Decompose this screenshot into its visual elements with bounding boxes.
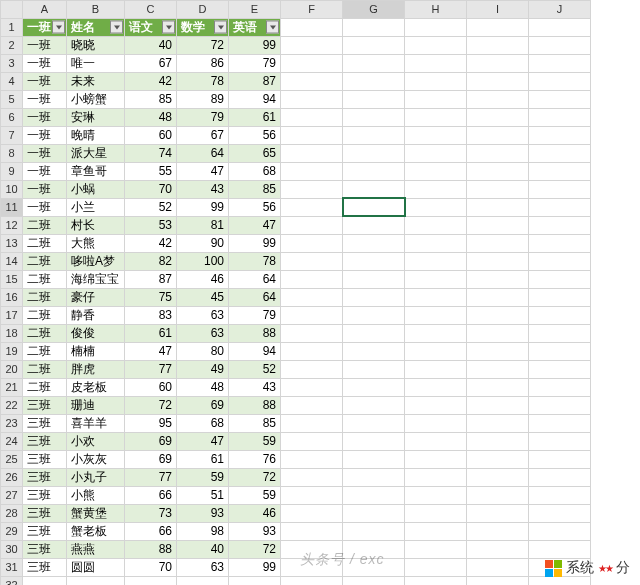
filter-dropdown-icon[interactable] — [110, 21, 123, 34]
data-cell[interactable]: 60 — [125, 126, 177, 144]
data-cell[interactable]: 一班 — [23, 36, 67, 54]
data-cell[interactable]: 79 — [177, 108, 229, 126]
empty-cell[interactable] — [281, 18, 343, 36]
empty-cell[interactable] — [343, 306, 405, 324]
data-cell[interactable]: 村长 — [67, 216, 125, 234]
row-header-2[interactable]: 2 — [1, 36, 23, 54]
empty-cell[interactable] — [405, 342, 467, 360]
data-cell[interactable]: 70 — [125, 558, 177, 576]
data-cell[interactable]: 72 — [125, 396, 177, 414]
empty-cell[interactable] — [281, 234, 343, 252]
empty-cell[interactable] — [281, 432, 343, 450]
empty-cell[interactable] — [343, 468, 405, 486]
empty-cell[interactable] — [467, 270, 529, 288]
empty-cell[interactable] — [405, 162, 467, 180]
empty-cell[interactable] — [343, 144, 405, 162]
empty-cell[interactable] — [467, 180, 529, 198]
data-cell[interactable]: 三班 — [23, 558, 67, 576]
data-cell[interactable]: 二班 — [23, 288, 67, 306]
data-cell[interactable]: 二班 — [23, 378, 67, 396]
empty-cell[interactable] — [405, 216, 467, 234]
data-cell[interactable]: 63 — [177, 306, 229, 324]
empty-cell[interactable] — [467, 540, 529, 558]
data-cell[interactable]: 52 — [125, 198, 177, 216]
data-cell[interactable]: 派大星 — [67, 144, 125, 162]
data-cell[interactable]: 静香 — [67, 306, 125, 324]
empty-cell[interactable] — [529, 252, 591, 270]
data-cell[interactable]: 79 — [229, 54, 281, 72]
data-cell[interactable]: 76 — [229, 450, 281, 468]
empty-cell[interactable] — [405, 108, 467, 126]
data-cell[interactable]: 一班 — [23, 108, 67, 126]
data-cell[interactable]: 章鱼哥 — [67, 162, 125, 180]
empty-cell[interactable] — [405, 18, 467, 36]
empty-cell[interactable] — [529, 180, 591, 198]
data-cell[interactable]: 99 — [177, 198, 229, 216]
empty-cell[interactable] — [529, 360, 591, 378]
data-cell[interactable]: 一班 — [23, 144, 67, 162]
data-cell[interactable]: 88 — [125, 540, 177, 558]
data-cell[interactable]: 77 — [125, 468, 177, 486]
data-cell[interactable]: 79 — [229, 306, 281, 324]
data-cell[interactable]: 胖虎 — [67, 360, 125, 378]
table-header-a[interactable]: 一班 — [23, 18, 67, 36]
data-cell[interactable]: 42 — [125, 234, 177, 252]
empty-cell[interactable] — [405, 576, 467, 585]
data-cell[interactable]: 66 — [125, 486, 177, 504]
row-header-1[interactable]: 1 — [1, 18, 23, 36]
empty-cell[interactable] — [177, 576, 229, 585]
data-cell[interactable]: 小灰灰 — [67, 450, 125, 468]
data-cell[interactable]: 豪仔 — [67, 288, 125, 306]
col-header-G[interactable]: G — [343, 1, 405, 19]
empty-cell[interactable] — [229, 576, 281, 585]
data-cell[interactable]: 64 — [229, 288, 281, 306]
data-cell[interactable]: 98 — [177, 522, 229, 540]
data-cell[interactable]: 66 — [125, 522, 177, 540]
col-header-A[interactable]: A — [23, 1, 67, 19]
row-header-30[interactable]: 30 — [1, 540, 23, 558]
col-header-D[interactable]: D — [177, 1, 229, 19]
data-cell[interactable]: 61 — [229, 108, 281, 126]
data-cell[interactable]: 三班 — [23, 504, 67, 522]
empty-cell[interactable] — [467, 108, 529, 126]
data-cell[interactable]: 三班 — [23, 486, 67, 504]
data-cell[interactable]: 88 — [229, 396, 281, 414]
empty-cell[interactable] — [467, 576, 529, 585]
data-cell[interactable]: 小欢 — [67, 432, 125, 450]
empty-cell[interactable] — [281, 108, 343, 126]
table-header-b[interactable]: 姓名 — [67, 18, 125, 36]
filter-dropdown-icon[interactable] — [266, 21, 279, 34]
data-cell[interactable]: 二班 — [23, 270, 67, 288]
row-header-14[interactable]: 14 — [1, 252, 23, 270]
empty-cell[interactable] — [343, 216, 405, 234]
empty-cell[interactable] — [281, 306, 343, 324]
row-header-10[interactable]: 10 — [1, 180, 23, 198]
data-cell[interactable]: 蟹黄堡 — [67, 504, 125, 522]
empty-cell[interactable] — [529, 18, 591, 36]
data-cell[interactable]: 72 — [229, 468, 281, 486]
row-header-17[interactable]: 17 — [1, 306, 23, 324]
empty-cell[interactable] — [343, 342, 405, 360]
data-cell[interactable]: 二班 — [23, 216, 67, 234]
row-header-32[interactable]: 32 — [1, 576, 23, 585]
empty-cell[interactable] — [529, 432, 591, 450]
empty-cell[interactable] — [529, 234, 591, 252]
empty-cell[interactable] — [529, 54, 591, 72]
empty-cell[interactable] — [467, 342, 529, 360]
data-cell[interactable]: 69 — [177, 396, 229, 414]
data-cell[interactable]: 47 — [177, 162, 229, 180]
row-header-3[interactable]: 3 — [1, 54, 23, 72]
data-cell[interactable]: 59 — [177, 468, 229, 486]
empty-cell[interactable] — [529, 126, 591, 144]
empty-cell[interactable] — [529, 108, 591, 126]
empty-cell[interactable] — [67, 576, 125, 585]
empty-cell[interactable] — [467, 522, 529, 540]
data-cell[interactable]: 三班 — [23, 468, 67, 486]
data-cell[interactable]: 85 — [229, 180, 281, 198]
data-cell[interactable]: 海绵宝宝 — [67, 270, 125, 288]
row-header-24[interactable]: 24 — [1, 432, 23, 450]
empty-cell[interactable] — [405, 468, 467, 486]
empty-cell[interactable] — [405, 90, 467, 108]
filter-dropdown-icon[interactable] — [162, 21, 175, 34]
empty-cell[interactable] — [343, 414, 405, 432]
